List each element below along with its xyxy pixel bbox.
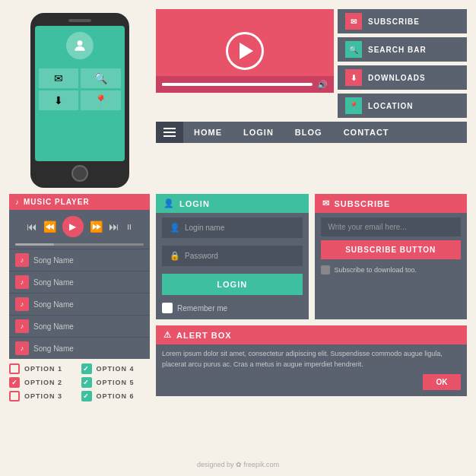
volume-icon: 🔊 xyxy=(317,80,328,90)
hamburger-line xyxy=(163,128,176,129)
download-icon: ⬇ xyxy=(345,69,362,86)
option-6-label: OPTION 6 xyxy=(97,392,135,400)
option-6-checkbox[interactable]: ✓ xyxy=(81,391,92,401)
subscribe-checkbox[interactable] xyxy=(321,265,330,274)
row-2: ♪ MUSIC PLAYER ⏮ ⏪ ▶ ⏩ ⏭ ⏸ ♪ S xyxy=(9,194,467,459)
play-button[interactable] xyxy=(226,32,264,70)
video-player[interactable]: 🔊 xyxy=(156,9,334,93)
nav-contact[interactable]: CONTACT xyxy=(333,122,400,143)
login-title: LOGIN xyxy=(179,199,210,208)
prev-icon[interactable]: ⏪ xyxy=(43,221,56,233)
phone: ✉ 🔍 ⬇ 📍 xyxy=(30,13,129,188)
alert-icon: ⚠ xyxy=(163,330,172,340)
phone-mail-icon[interactable]: ✉ xyxy=(39,68,79,88)
svg-point-0 xyxy=(77,40,82,46)
login-name-placeholder: Login name xyxy=(185,224,224,232)
mail-subscribe-icon: ✉ xyxy=(322,198,330,208)
alert-actions: OK xyxy=(156,374,467,396)
list-item[interactable]: ♪ Song Name xyxy=(9,271,150,293)
searchbar-label: SEARCH BAR xyxy=(368,46,427,54)
user-field-icon: 👤 xyxy=(170,223,180,233)
next-icon[interactable]: ⏩ xyxy=(90,221,103,233)
login-pass-field[interactable]: 🔒 Password xyxy=(162,246,303,266)
location-label: LOCATION xyxy=(368,102,413,110)
downloads-button[interactable]: ⬇ DOWNLOADS xyxy=(338,65,467,90)
hamburger-menu[interactable] xyxy=(156,122,183,143)
music-player-header: ♪ MUSIC PLAYER xyxy=(9,194,150,210)
list-item[interactable]: ♪ Song Name xyxy=(9,293,150,315)
option-4-checkbox[interactable]: ✓ xyxy=(81,363,92,374)
music-progress-track xyxy=(15,243,144,246)
nav-home[interactable]: HOME xyxy=(183,122,233,143)
row-1: ✉ 🔍 ⬇ 📍 xyxy=(9,9,467,188)
subscribe-title: SUBSCRIBE xyxy=(335,199,391,208)
option-6[interactable]: ✓ OPTION 6 xyxy=(81,391,151,401)
option-2-label: OPTION 2 xyxy=(24,379,62,386)
song-name: Song Name xyxy=(33,278,74,287)
skip-back-icon[interactable]: ⏮ xyxy=(27,221,37,233)
option-3[interactable]: OPTION 3 xyxy=(9,391,78,401)
phone-search-icon[interactable]: 🔍 xyxy=(81,68,121,88)
lock-icon: 🔒 xyxy=(170,251,180,261)
subscribe-header: ✉ SUBSCRIBE xyxy=(315,194,468,213)
left-column: ♪ MUSIC PLAYER ⏮ ⏪ ▶ ⏩ ⏭ ⏸ ♪ S xyxy=(9,194,150,459)
nav-login[interactable]: LOGIN xyxy=(233,122,284,143)
login-button[interactable]: LOGIN xyxy=(162,274,303,295)
song-note-icon: ♪ xyxy=(15,275,29,289)
list-item[interactable]: ♪ Song Name xyxy=(9,337,150,359)
option-4[interactable]: ✓ OPTION 4 xyxy=(81,363,151,374)
login-box: 👤 LOGIN 👤 Login name 🔒 Password LOGIN xyxy=(156,194,309,319)
pause-icon[interactable]: ⏸ xyxy=(125,223,133,231)
song-name: Song Name xyxy=(33,300,74,309)
options-section: OPTION 1 ✓ OPTION 4 ✓ OPTION 2 ✓ OPTION … xyxy=(9,359,150,406)
side-buttons: ✉ SUBSCRIBE 🔍 SEARCH BAR ⬇ DOWNLOADS 📍 L… xyxy=(338,9,467,118)
subscribe-button[interactable]: ✉ SUBSCRIBE xyxy=(338,9,467,33)
location-button[interactable]: 📍 LOCATION xyxy=(338,94,467,118)
option-3-checkbox[interactable] xyxy=(9,391,20,401)
right-top-area: 🔊 ✉ SUBSCRIBE 🔍 SEARCH BAR ⬇ DOWN xyxy=(156,9,467,188)
option-2-checkbox[interactable]: ✓ xyxy=(9,377,20,388)
song-note-icon: ♪ xyxy=(15,297,29,311)
music-progress-fill xyxy=(15,243,54,246)
progress-track xyxy=(162,83,313,86)
list-item[interactable]: ♪ Song Name xyxy=(9,315,150,337)
login-header: 👤 LOGIN xyxy=(156,194,309,213)
song-name: Song Name xyxy=(33,256,74,265)
login-subscribe-row: 👤 LOGIN 👤 Login name 🔒 Password LOGIN xyxy=(156,194,467,319)
phone-grid: ✉ 🔍 ⬇ 📍 xyxy=(39,68,121,110)
nav-bar: HOME LOGIN BLOG CONTACT xyxy=(156,122,467,143)
option-1-checkbox[interactable] xyxy=(9,363,20,374)
song-list: ♪ Song Name ♪ Song Name ♪ Song Name ♪ So… xyxy=(9,249,150,359)
email-field[interactable]: Write your email here... xyxy=(321,217,462,236)
music-play-button[interactable]: ▶ xyxy=(62,216,84,237)
music-player-title: MUSIC PLAYER xyxy=(24,198,90,206)
phone-download-icon[interactable]: ⬇ xyxy=(39,90,79,110)
email-placeholder: Write your email here... xyxy=(328,223,407,231)
option-2[interactable]: ✓ OPTION 2 xyxy=(9,377,78,388)
login-name-field[interactable]: 👤 Login name xyxy=(162,217,303,238)
song-note-icon: ♪ xyxy=(15,253,29,267)
alert-title: ALERT BOX xyxy=(176,331,232,340)
option-5[interactable]: ✓ OPTION 5 xyxy=(81,377,151,388)
main-layout: ✉ 🔍 ⬇ 📍 xyxy=(0,0,476,476)
skip-forward-icon[interactable]: ⏭ xyxy=(109,221,119,233)
option-1[interactable]: OPTION 1 xyxy=(9,363,78,374)
remember-checkbox[interactable] xyxy=(162,303,173,313)
subscribe-button-main[interactable]: SUBSCRIBE BUTTON xyxy=(321,240,462,259)
user-icon: 👤 xyxy=(163,198,175,208)
list-item[interactable]: ♪ Song Name xyxy=(9,249,150,271)
phone-location-icon[interactable]: 📍 xyxy=(81,90,121,110)
phone-home-button[interactable] xyxy=(71,165,88,182)
hamburger-line xyxy=(163,135,176,137)
subscribe-check-label: Subscribe to download too. xyxy=(335,266,417,274)
nav-blog[interactable]: BLOG xyxy=(284,122,333,143)
remember-me: Remember me xyxy=(156,300,309,319)
mail-icon: ✉ xyxy=(345,13,362,30)
alert-header: ⚠ ALERT BOX xyxy=(156,325,467,344)
progress-fill xyxy=(162,83,222,86)
video-buttons-row: 🔊 ✉ SUBSCRIBE 🔍 SEARCH BAR ⬇ DOWN xyxy=(156,9,467,118)
watermark: designed by ✿ freepik.com xyxy=(9,459,467,470)
option-5-checkbox[interactable]: ✓ xyxy=(81,377,92,388)
searchbar-button[interactable]: 🔍 SEARCH BAR xyxy=(338,37,467,62)
alert-ok-button[interactable]: OK xyxy=(423,374,461,390)
